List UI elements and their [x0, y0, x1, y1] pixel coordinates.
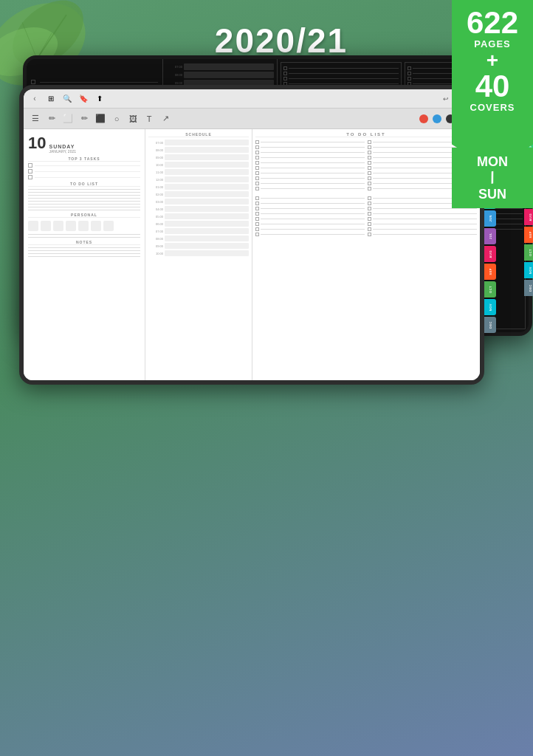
todo-check-24[interactable]	[255, 212, 259, 216]
dark-bar-1[interactable]	[184, 72, 274, 78]
todo-check-5[interactable]	[255, 161, 259, 165]
back-tab-aug[interactable]: AUG	[524, 209, 533, 225]
task-3-checkbox[interactable]	[28, 175, 32, 179]
todo-check-25[interactable]	[255, 217, 259, 221]
eraser-icon[interactable]: ⬜	[62, 113, 74, 125]
mood-icon-2[interactable]	[41, 221, 51, 231]
todo-check-36[interactable]	[368, 233, 371, 236]
todo-check-34[interactable]	[368, 222, 371, 226]
search-icon[interactable]: 🔍	[62, 94, 72, 104]
task-2-checkbox[interactable]	[28, 169, 32, 173]
share-icon[interactable]: ⬆	[94, 94, 105, 104]
dark-todo-check-7[interactable]	[408, 66, 411, 70]
todo-check-23[interactable]	[255, 207, 259, 210]
grid-icon[interactable]: ⊞	[46, 94, 56, 104]
sidebar-toggle-icon[interactable]: ☰	[30, 113, 41, 125]
highlight-icon[interactable]: ✏	[78, 113, 90, 125]
todo-check-33[interactable]	[368, 217, 371, 221]
lasso-icon[interactable]: ↗	[159, 113, 171, 125]
todo-check-14[interactable]	[368, 156, 371, 159]
todo-check-9[interactable]	[255, 182, 259, 185]
todo-check-18[interactable]	[368, 176, 371, 180]
mood-icon-1[interactable]	[28, 221, 38, 231]
todo-check-4[interactable]	[255, 156, 259, 159]
schedule-bar-7[interactable]	[165, 184, 249, 190]
todo-check-10[interactable]	[255, 187, 259, 190]
back-tab-oct[interactable]: OCT	[524, 244, 533, 261]
schedule-bar-4[interactable]	[165, 162, 249, 168]
schedule-bar-10[interactable]	[165, 206, 249, 212]
color-blue[interactable]	[433, 114, 441, 123]
todo-check-27[interactable]	[255, 227, 259, 231]
todo-check-7[interactable]	[255, 171, 259, 175]
todo-check-19[interactable]	[368, 182, 371, 185]
todo-check-26[interactable]	[255, 222, 259, 226]
todo-check-15[interactable]	[368, 161, 371, 165]
tab-dec[interactable]: DEC	[484, 317, 496, 333]
text-icon[interactable]: T	[143, 113, 155, 125]
schedule-bar-3[interactable]	[165, 154, 249, 160]
bookmark-icon[interactable]: 🔖	[78, 94, 89, 104]
schedule-bar-16[interactable]	[165, 250, 249, 256]
back-tab-dec[interactable]: DEC	[524, 280, 533, 296]
schedule-bar-11[interactable]	[165, 213, 249, 219]
todo-check-16[interactable]	[368, 166, 371, 170]
todo-check-21[interactable]	[255, 196, 259, 200]
mood-icon-4[interactable]	[66, 221, 76, 231]
todo-check-22[interactable]	[255, 202, 259, 205]
mood-icon-5[interactable]	[78, 221, 89, 231]
mood-icon-6[interactable]	[91, 221, 101, 231]
todo-check-1[interactable]	[255, 140, 259, 144]
tab-aug[interactable]: AUG	[484, 246, 496, 262]
schedule-bar-14[interactable]	[165, 236, 249, 241]
todo-check-12[interactable]	[368, 145, 371, 149]
todo-check-3[interactable]	[255, 151, 259, 154]
mood-icon-7[interactable]	[103, 221, 114, 231]
schedule-bar-9[interactable]	[165, 199, 249, 205]
tab-nov[interactable]: NOV	[484, 299, 496, 315]
schedule-bar-8[interactable]	[165, 191, 249, 197]
back-icon[interactable]: ‹	[30, 94, 40, 104]
tab-sep[interactable]: SEP	[484, 264, 496, 280]
todo-check-8[interactable]	[255, 176, 259, 180]
tab-oct[interactable]: OCT	[484, 281, 496, 298]
schedule-bar-1[interactable]	[165, 140, 249, 145]
schedule-bar-6[interactable]	[165, 176, 249, 182]
task-1-checkbox[interactable]	[28, 163, 32, 168]
todo-check-28[interactable]	[255, 233, 259, 236]
dark-check-1[interactable]	[31, 80, 35, 84]
stamp-icon[interactable]: ⬛	[94, 113, 106, 125]
todo-check-29[interactable]	[368, 196, 371, 200]
schedule-bar-2[interactable]	[165, 147, 249, 153]
todo-check-32[interactable]	[368, 212, 371, 216]
todo-check-13[interactable]	[368, 151, 371, 154]
shape-icon[interactable]: ○	[111, 113, 123, 125]
dark-todo-check-3[interactable]	[283, 77, 287, 80]
todo-check-31[interactable]	[368, 207, 371, 210]
schedule-bar-5[interactable]	[165, 169, 249, 175]
tab-jul[interactable]: JUL	[484, 228, 496, 244]
todo-check-11[interactable]	[368, 140, 371, 144]
pen-icon[interactable]: ✏	[46, 113, 58, 125]
schedule-bar-13[interactable]	[165, 228, 249, 234]
schedule-bar-15[interactable]	[165, 243, 249, 249]
dark-todo-check-1[interactable]	[283, 66, 287, 70]
todo-check-35[interactable]	[368, 227, 371, 231]
dark-todo-check-9[interactable]	[408, 77, 411, 80]
tab-jun[interactable]: JUN	[484, 210, 496, 227]
photo-icon[interactable]: 🖼	[127, 113, 139, 125]
todo-check-17[interactable]	[368, 171, 371, 175]
dark-bar-0[interactable]	[184, 63, 274, 70]
todo-check-6[interactable]	[255, 166, 259, 170]
dark-todo-check-8[interactable]	[408, 72, 411, 75]
mood-icon-3[interactable]	[53, 221, 63, 231]
todo-check-30[interactable]	[368, 202, 371, 205]
back-tab-nov[interactable]: NOV	[524, 262, 533, 278]
todo-check-2[interactable]	[255, 145, 259, 149]
color-red[interactable]	[419, 114, 428, 123]
dark-todo-check-2[interactable]	[283, 72, 287, 75]
todo-check-20[interactable]	[368, 187, 371, 190]
back-tab-sep[interactable]: SEP	[524, 227, 533, 243]
schedule-bar-12[interactable]	[165, 221, 249, 227]
undo-icon[interactable]: ↩	[443, 95, 449, 103]
